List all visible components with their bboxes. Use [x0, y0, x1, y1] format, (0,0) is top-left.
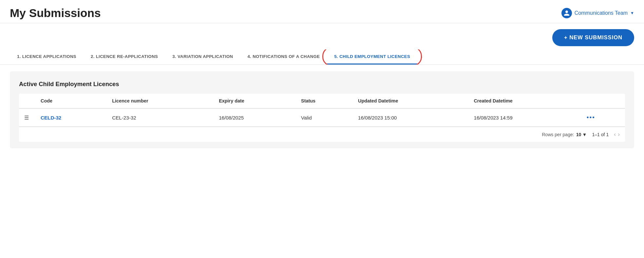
row-created-datetime: 16/08/2023 14:59: [468, 108, 581, 127]
section-title: Active Child Employment Licences: [19, 81, 625, 88]
header: My Submissions Communications Team ▼: [0, 0, 644, 23]
prev-page-arrow[interactable]: ‹: [614, 131, 616, 138]
chevron-down-icon: ▼: [630, 11, 634, 15]
col-status: Status: [296, 94, 353, 108]
toolbar: + NEW SUBMISSION: [0, 23, 644, 49]
tab-variation-application[interactable]: 3. VARIATION APPLICATION: [165, 49, 240, 64]
row-expiry-date: 16/08/2025: [214, 108, 296, 127]
tab-more-icon[interactable]: ›: [417, 49, 426, 64]
user-name-label: Communications Team: [575, 10, 628, 16]
tab-licence-applications[interactable]: 1. LICENCE APPLICATIONS: [10, 49, 84, 64]
next-page-arrow[interactable]: ›: [618, 131, 620, 138]
tab-notifications-of-change[interactable]: 4. NOTIFICATIONS OF A CHANGE: [240, 49, 327, 64]
rows-per-page-control: Rows per page: 10 ▼: [542, 132, 587, 137]
rows-per-page-label: Rows per page:: [542, 132, 574, 137]
licences-table: Code Licence number Expiry date Status U…: [19, 94, 625, 127]
row-doc-icon: ☰: [19, 108, 35, 127]
user-avatar-icon: [561, 8, 572, 18]
row-more-actions[interactable]: •••: [581, 108, 625, 127]
table-row: ☰ CELD-32 CEL-23-32 16/08/2025 Valid 16/…: [19, 108, 625, 127]
col-code: Code: [35, 94, 107, 108]
rows-per-page-value: 10: [576, 132, 581, 137]
col-licence-number: Licence number: [107, 94, 214, 108]
rows-per-page-dropdown[interactable]: 10 ▼: [576, 132, 587, 137]
col-icon: [19, 94, 35, 108]
page-title: My Submissions: [10, 7, 101, 20]
pagination-nav: ‹ ›: [614, 131, 620, 138]
row-updated-datetime: 16/08/2023 15:00: [353, 108, 468, 127]
row-code[interactable]: CELD-32: [35, 108, 107, 127]
tab-child-employment-licences[interactable]: 5. CHILD EMPLOYMENT LICENCES: [327, 49, 417, 64]
col-actions: [581, 94, 625, 108]
table-header-row: Code Licence number Expiry date Status U…: [19, 94, 625, 108]
document-icon: ☰: [24, 115, 29, 120]
user-menu[interactable]: Communications Team ▼: [561, 8, 634, 18]
licences-table-container: Code Licence number Expiry date Status U…: [19, 94, 625, 142]
new-submission-button[interactable]: + NEW SUBMISSION: [552, 29, 634, 46]
more-actions-icon[interactable]: •••: [587, 114, 595, 121]
row-licence-number: CEL-23-32: [107, 108, 214, 127]
page-info: 1–1 of 1: [592, 132, 609, 137]
tab-licence-reapplications[interactable]: 2. LICENCE RE-APPLICATIONS: [84, 49, 165, 64]
rows-dropdown-arrow: ▼: [582, 132, 587, 137]
row-status: Valid: [296, 108, 353, 127]
col-expiry-date: Expiry date: [214, 94, 296, 108]
celd-link[interactable]: CELD-32: [41, 115, 61, 120]
col-created-datetime: Created Datetime: [468, 94, 581, 108]
col-updated-datetime: Updated Datetime: [353, 94, 468, 108]
content-area: Active Child Employment Licences Code Li…: [10, 71, 634, 148]
pagination-row: Rows per page: 10 ▼ 1–1 of 1 ‹ ›: [19, 127, 625, 142]
tabs-container: 1. LICENCE APPLICATIONS 2. LICENCE RE-AP…: [0, 49, 644, 65]
